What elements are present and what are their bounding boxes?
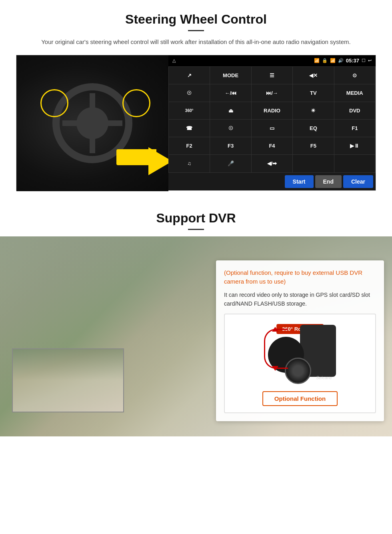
status-left-icons: △ (172, 58, 176, 63)
settings-btn[interactable]: ☉ (169, 84, 210, 102)
phone-btn[interactable]: ☎ (169, 120, 210, 137)
dvr-section: Support DVR (Optional function, require … (0, 199, 392, 436)
optional-function-button[interactable]: Optional Function (262, 391, 338, 406)
f5-btn[interactable]: F5 (293, 137, 334, 154)
apps-btn[interactable]: ⊙ (334, 67, 375, 84)
radio-bottom-controls: Start End Clear (168, 173, 376, 190)
nav-icon-btn[interactable]: ↗ (169, 67, 210, 84)
yellow-arrow-icon (148, 147, 168, 175)
steering-wheel-image (16, 55, 168, 191)
f2-btn[interactable]: F2 (169, 137, 210, 154)
next-btn[interactable]: ⏭/→ (252, 84, 292, 102)
radio-button-grid: ↗ MODE ☰ ◀✕ ⊙ ☉ ←/⏮ ⏭/→ TV MEDIA 360° ⏏ … (168, 66, 376, 173)
status-time: 05:37 (346, 58, 359, 64)
status-right-info: 📶 🔒 📶 🔊 05:37 ☐ ↩ (314, 58, 372, 64)
signal-bars-icon: 📶 (330, 58, 336, 63)
radio-status-bar: △ 📶 🔒 📶 🔊 05:37 ☐ ↩ (168, 55, 376, 66)
eject-btn[interactable]: ⏏ (210, 102, 251, 119)
media-btn[interactable]: MEDIA (334, 84, 375, 102)
rotation-arrow-tip-top (272, 327, 278, 332)
360-btn[interactable]: 360° (169, 102, 210, 119)
rotation-arrow-tip-bottom (272, 366, 278, 371)
dvr-main-image-area: (Optional function, require to buy exter… (0, 236, 392, 436)
steering-section: Steering Wheel Control Your original car… (0, 0, 392, 199)
prev-btn[interactable]: ←/⏮ (210, 84, 251, 102)
clear-button[interactable]: Clear (343, 175, 373, 188)
f1-btn[interactable]: F1 (334, 120, 375, 137)
dvr-inset-overlay (13, 349, 123, 412)
camera-lens (285, 358, 311, 384)
dvr-camera-visual: 360° Rotatable Seicane (256, 321, 344, 385)
mute-btn[interactable]: ◀✕ (293, 67, 334, 84)
radio-ui-panel: △ 📶 🔒 📶 🔊 05:37 ☐ ↩ ↗ MODE ☰ ◀✕ (168, 55, 376, 190)
lock-icon: 🔒 (322, 58, 328, 63)
volume-icon: 🔊 (338, 58, 344, 63)
dvr-title: Support DVR (16, 211, 376, 226)
left-control-highlight (40, 89, 68, 117)
internet-btn[interactable]: ☉ (210, 120, 251, 137)
dvr-info-panel: (Optional function, require to buy exter… (216, 260, 384, 422)
dvr-title-area: Support DVR (0, 199, 392, 236)
right-control-highlight (122, 89, 150, 117)
brightness-btn[interactable]: ☀ (293, 102, 334, 119)
dvr-description: It can record video only to storage in G… (224, 290, 376, 308)
empty-btn-1 (293, 155, 334, 172)
play-pause-btn[interactable]: ▶⏸ (334, 137, 375, 154)
empty-btn-2 (334, 155, 375, 172)
wheel-center (76, 107, 108, 139)
rotation-arrow (264, 329, 288, 369)
dvr-camera-box: 360° Rotatable Seicane Op (224, 314, 376, 413)
steering-subtitle: Your original car's steering wheel contr… (32, 38, 360, 47)
end-button[interactable]: End (315, 175, 342, 188)
back-icon: ↩ (368, 58, 372, 63)
wifi-icon: 📶 (314, 58, 320, 63)
wheel-background (16, 55, 168, 191)
screen-btn[interactable]: ▭ (252, 120, 292, 137)
menu-btn[interactable]: ☰ (252, 67, 292, 84)
mode-btn[interactable]: MODE (210, 67, 251, 84)
title-divider (188, 30, 204, 31)
dvr-inset-image (12, 348, 124, 412)
dvr-title-divider (188, 229, 204, 230)
dvr-optional-text: (Optional function, require to buy exter… (224, 268, 376, 286)
tv-btn[interactable]: TV (293, 84, 334, 102)
f3-btn[interactable]: F3 (210, 137, 251, 154)
eq-btn[interactable]: EQ (293, 120, 334, 137)
steering-title: Steering Wheel Control (16, 12, 376, 27)
steering-demo-container: △ 📶 🔒 📶 🔊 05:37 ☐ ↩ ↗ MODE ☰ ◀✕ (16, 55, 376, 191)
seicane-watermark: Seicane (316, 375, 332, 380)
start-button[interactable]: Start (285, 175, 314, 188)
skip-btn[interactable]: ◀/➡ (252, 155, 292, 172)
music-btn[interactable]: ♫ (169, 155, 210, 172)
home-icon: △ (172, 58, 176, 63)
window-icon: ☐ (362, 58, 366, 63)
mic-btn[interactable]: 🎤 (210, 155, 251, 172)
radio-btn[interactable]: RADIO (252, 102, 292, 119)
f4-btn[interactable]: F4 (252, 137, 292, 154)
dvd-btn[interactable]: DVD (334, 102, 375, 119)
